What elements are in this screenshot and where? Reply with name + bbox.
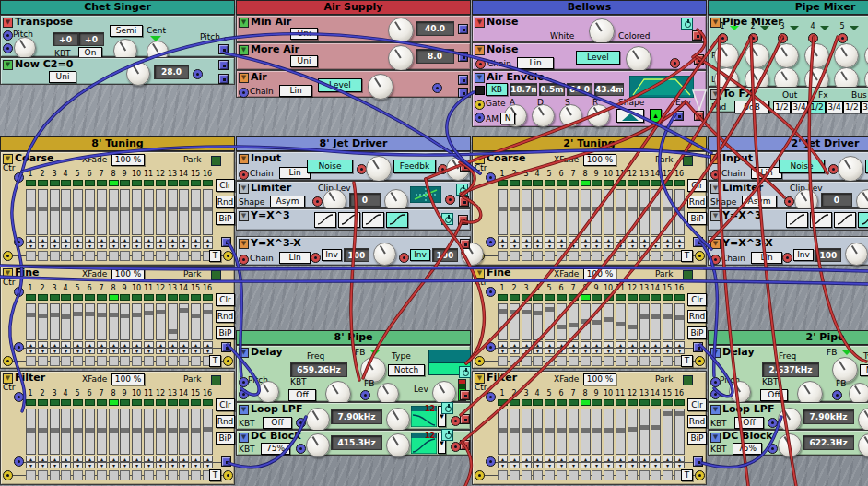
patch-cables[interactable] bbox=[0, 0, 868, 486]
patch-editor-window: Chet Singer Air Supply Bellows Pipe Mixe… bbox=[0, 0, 868, 486]
group-output-triangle bbox=[693, 90, 706, 110]
